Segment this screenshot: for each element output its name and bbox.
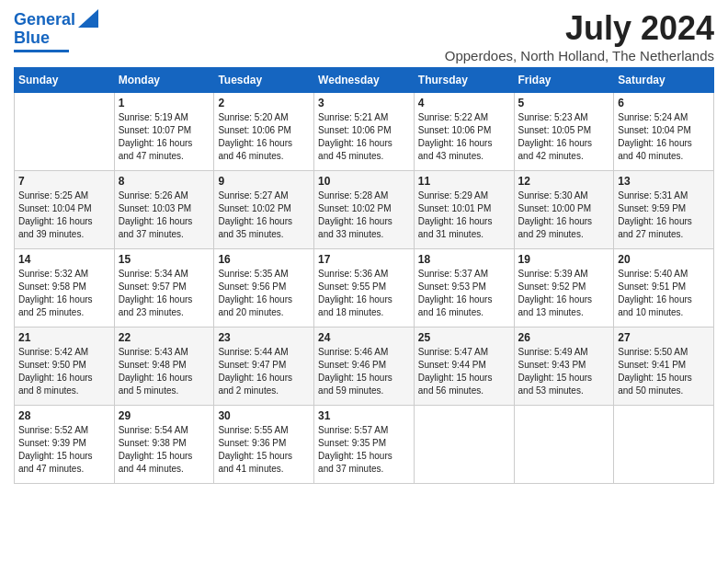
day-number: 3 xyxy=(318,97,410,109)
day-number: 15 xyxy=(119,253,210,266)
column-header-thursday: Thursday xyxy=(414,68,514,93)
day-number: 12 xyxy=(518,175,610,188)
cell-content: Sunrise: 5:43 AM Sunset: 9:48 PM Dayligh… xyxy=(119,346,210,397)
cell-content: Sunrise: 5:54 AM Sunset: 9:38 PM Dayligh… xyxy=(119,424,210,476)
cell-content: Sunrise: 5:30 AM Sunset: 10:00 PM Daylig… xyxy=(518,190,610,241)
day-number: 4 xyxy=(418,97,510,109)
cell-content: Sunrise: 5:27 AM Sunset: 10:02 PM Daylig… xyxy=(218,190,310,241)
day-number: 7 xyxy=(18,175,110,188)
cell-content: Sunrise: 5:25 AM Sunset: 10:04 PM Daylig… xyxy=(18,190,110,241)
day-number: 30 xyxy=(218,409,310,422)
column-header-friday: Friday xyxy=(514,68,614,93)
day-number: 21 xyxy=(18,331,110,344)
cell-content: Sunrise: 5:19 AM Sunset: 10:07 PM Daylig… xyxy=(119,111,210,163)
calendar-cell: 16Sunrise: 5:35 AM Sunset: 9:56 PM Dayli… xyxy=(214,249,314,327)
page-header: General Blue July 2024 Opperdoes, North … xyxy=(14,9,714,63)
calendar-cell: 6Sunrise: 5:24 AM Sunset: 10:04 PM Dayli… xyxy=(614,93,714,171)
cell-content: Sunrise: 5:50 AM Sunset: 9:41 PM Dayligh… xyxy=(618,346,710,397)
day-number: 19 xyxy=(518,253,610,266)
subtitle: Opperdoes, North Holland, The Netherland… xyxy=(445,48,714,63)
day-number: 8 xyxy=(119,175,210,188)
calendar-cell: 28Sunrise: 5:52 AM Sunset: 9:39 PM Dayli… xyxy=(15,406,115,484)
cell-content: Sunrise: 5:22 AM Sunset: 10:06 PM Daylig… xyxy=(418,111,510,163)
calendar-cell: 1Sunrise: 5:19 AM Sunset: 10:07 PM Dayli… xyxy=(114,93,214,171)
calendar-cell: 4Sunrise: 5:22 AM Sunset: 10:06 PM Dayli… xyxy=(414,93,514,171)
week-row-4: 21Sunrise: 5:42 AM Sunset: 9:50 PM Dayli… xyxy=(15,327,714,406)
calendar-cell: 29Sunrise: 5:54 AM Sunset: 9:38 PM Dayli… xyxy=(114,406,214,484)
calendar-cell xyxy=(15,93,115,171)
calendar-cell: 12Sunrise: 5:30 AM Sunset: 10:00 PM Dayl… xyxy=(514,171,614,249)
cell-content: Sunrise: 5:42 AM Sunset: 9:50 PM Dayligh… xyxy=(18,346,110,397)
day-number: 31 xyxy=(318,409,410,422)
day-number: 25 xyxy=(418,331,510,344)
day-number: 28 xyxy=(18,409,110,422)
cell-content: Sunrise: 5:26 AM Sunset: 10:03 PM Daylig… xyxy=(119,190,210,241)
header-row: SundayMondayTuesdayWednesdayThursdayFrid… xyxy=(15,68,714,93)
day-number: 24 xyxy=(318,331,410,344)
day-number: 23 xyxy=(218,331,310,344)
calendar-cell: 27Sunrise: 5:50 AM Sunset: 9:41 PM Dayli… xyxy=(614,327,714,406)
calendar-cell: 22Sunrise: 5:43 AM Sunset: 9:48 PM Dayli… xyxy=(114,327,214,406)
cell-content: Sunrise: 5:21 AM Sunset: 10:06 PM Daylig… xyxy=(318,111,410,163)
calendar-cell: 23Sunrise: 5:44 AM Sunset: 9:47 PM Dayli… xyxy=(214,327,314,406)
calendar-cell xyxy=(614,406,714,484)
day-number: 5 xyxy=(518,97,610,109)
cell-content: Sunrise: 5:31 AM Sunset: 9:59 PM Dayligh… xyxy=(618,190,710,241)
day-number: 10 xyxy=(318,175,410,188)
column-header-wednesday: Wednesday xyxy=(314,68,415,93)
cell-content: Sunrise: 5:37 AM Sunset: 9:53 PM Dayligh… xyxy=(418,268,510,319)
week-row-5: 28Sunrise: 5:52 AM Sunset: 9:39 PM Dayli… xyxy=(15,406,714,484)
calendar-cell: 26Sunrise: 5:49 AM Sunset: 9:43 PM Dayli… xyxy=(514,327,614,406)
day-number: 17 xyxy=(318,253,410,266)
week-row-3: 14Sunrise: 5:32 AM Sunset: 9:58 PM Dayli… xyxy=(15,249,714,327)
day-number: 11 xyxy=(418,175,510,188)
cell-content: Sunrise: 5:24 AM Sunset: 10:04 PM Daylig… xyxy=(618,111,710,163)
calendar-cell: 19Sunrise: 5:39 AM Sunset: 9:52 PM Dayli… xyxy=(514,249,614,327)
cell-content: Sunrise: 5:28 AM Sunset: 10:02 PM Daylig… xyxy=(318,190,410,241)
column-header-saturday: Saturday xyxy=(614,68,714,93)
calendar-table: SundayMondayTuesdayWednesdayThursdayFrid… xyxy=(14,67,714,484)
day-number: 1 xyxy=(119,97,210,109)
cell-content: Sunrise: 5:35 AM Sunset: 9:56 PM Dayligh… xyxy=(218,268,310,319)
cell-content: Sunrise: 5:39 AM Sunset: 9:52 PM Dayligh… xyxy=(518,268,610,319)
logo-text: General xyxy=(14,11,75,29)
main-title: July 2024 xyxy=(445,9,714,48)
cell-content: Sunrise: 5:57 AM Sunset: 9:35 PM Dayligh… xyxy=(318,424,410,476)
calendar-cell: 15Sunrise: 5:34 AM Sunset: 9:57 PM Dayli… xyxy=(114,249,214,327)
column-header-sunday: Sunday xyxy=(15,68,115,93)
calendar-cell: 25Sunrise: 5:47 AM Sunset: 9:44 PM Dayli… xyxy=(414,327,514,406)
calendar-cell: 14Sunrise: 5:32 AM Sunset: 9:58 PM Dayli… xyxy=(15,249,115,327)
logo-blue-text: Blue xyxy=(14,29,50,48)
calendar-cell: 17Sunrise: 5:36 AM Sunset: 9:55 PM Dayli… xyxy=(314,249,415,327)
calendar-cell: 18Sunrise: 5:37 AM Sunset: 9:53 PM Dayli… xyxy=(414,249,514,327)
cell-content: Sunrise: 5:32 AM Sunset: 9:58 PM Dayligh… xyxy=(18,268,110,319)
cell-content: Sunrise: 5:52 AM Sunset: 9:39 PM Dayligh… xyxy=(18,424,110,476)
week-row-1: 1Sunrise: 5:19 AM Sunset: 10:07 PM Dayli… xyxy=(15,93,714,171)
cell-content: Sunrise: 5:40 AM Sunset: 9:51 PM Dayligh… xyxy=(618,268,710,319)
calendar-cell: 11Sunrise: 5:29 AM Sunset: 10:01 PM Dayl… xyxy=(414,171,514,249)
week-row-2: 7Sunrise: 5:25 AM Sunset: 10:04 PM Dayli… xyxy=(15,171,714,249)
logo-underline xyxy=(14,50,69,52)
calendar-cell: 5Sunrise: 5:23 AM Sunset: 10:05 PM Dayli… xyxy=(514,93,614,171)
calendar-cell: 10Sunrise: 5:28 AM Sunset: 10:02 PM Dayl… xyxy=(314,171,415,249)
svg-marker-0 xyxy=(78,9,98,28)
calendar-cell: 8Sunrise: 5:26 AM Sunset: 10:03 PM Dayli… xyxy=(114,171,214,249)
day-number: 9 xyxy=(218,175,310,188)
cell-content: Sunrise: 5:34 AM Sunset: 9:57 PM Dayligh… xyxy=(119,268,210,319)
calendar-cell: 31Sunrise: 5:57 AM Sunset: 9:35 PM Dayli… xyxy=(314,406,415,484)
calendar-cell: 3Sunrise: 5:21 AM Sunset: 10:06 PM Dayli… xyxy=(314,93,415,171)
day-number: 6 xyxy=(618,97,710,109)
day-number: 14 xyxy=(18,253,110,266)
day-number: 22 xyxy=(119,331,210,344)
cell-content: Sunrise: 5:36 AM Sunset: 9:55 PM Dayligh… xyxy=(318,268,410,319)
day-number: 20 xyxy=(618,253,710,266)
calendar-cell: 9Sunrise: 5:27 AM Sunset: 10:02 PM Dayli… xyxy=(214,171,314,249)
calendar-cell: 21Sunrise: 5:42 AM Sunset: 9:50 PM Dayli… xyxy=(15,327,115,406)
cell-content: Sunrise: 5:55 AM Sunset: 9:36 PM Dayligh… xyxy=(218,424,310,476)
cell-content: Sunrise: 5:20 AM Sunset: 10:06 PM Daylig… xyxy=(218,111,310,163)
title-block: July 2024 Opperdoes, North Holland, The … xyxy=(445,9,714,63)
cell-content: Sunrise: 5:44 AM Sunset: 9:47 PM Dayligh… xyxy=(218,346,310,397)
calendar-cell: 2Sunrise: 5:20 AM Sunset: 10:06 PM Dayli… xyxy=(214,93,314,171)
day-number: 26 xyxy=(518,331,610,344)
logo-icon xyxy=(78,9,98,28)
